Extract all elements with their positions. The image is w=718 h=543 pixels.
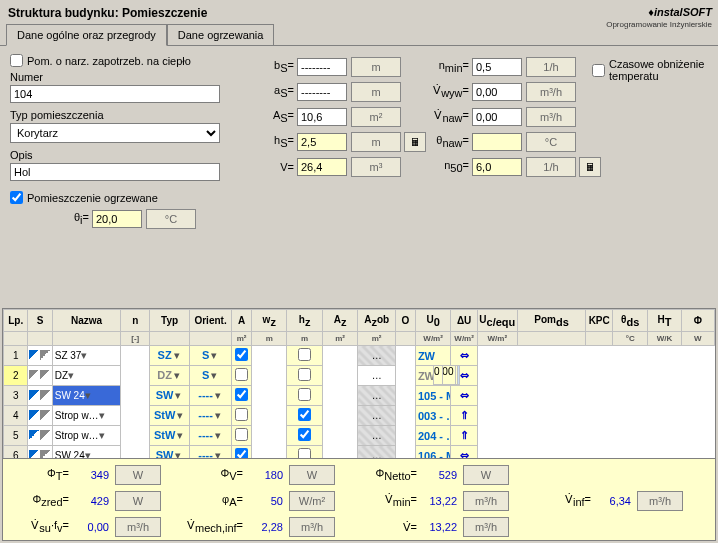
sum-label: φA=: [185, 493, 245, 508]
numer-input[interactable]: [10, 85, 220, 103]
chk-pom-narz-label: Pom. o narz. zapotrzeb. na ciepło: [27, 55, 191, 67]
sum-value: 13,22: [419, 521, 463, 533]
param-input[interactable]: [297, 108, 347, 126]
sum-value: 349: [71, 469, 115, 481]
sum-value: 180: [245, 469, 289, 481]
typ-select[interactable]: Korytarz: [10, 123, 220, 143]
param-input[interactable]: [472, 158, 522, 176]
col-header[interactable]: ΔU: [451, 310, 478, 332]
sum-unit[interactable]: W: [289, 465, 335, 485]
param-label: bS=: [255, 59, 297, 74]
tab-general[interactable]: Dane ogólne oraz przegrody: [6, 24, 167, 46]
sum-label: ΦNetto=: [359, 467, 419, 482]
sum-value: 13,22: [419, 495, 463, 507]
param-label: aS=: [255, 84, 297, 99]
theta-i-input[interactable]: [92, 210, 142, 228]
param-input[interactable]: [297, 158, 347, 176]
col-header[interactable]: hz: [287, 310, 322, 332]
brand-logo: ♦instalSOFT Oprogramowanie Inżynierskie: [606, 2, 712, 29]
param-unit[interactable]: m³: [351, 157, 401, 177]
sum-unit[interactable]: W: [463, 465, 509, 485]
sum-value: 50: [245, 495, 289, 507]
sum-unit[interactable]: m³/h: [463, 517, 509, 537]
col-header[interactable]: KPC: [586, 310, 613, 332]
sum-value: 2,28: [245, 521, 289, 533]
param-unit[interactable]: m: [351, 132, 401, 152]
chk-heated[interactable]: [10, 191, 23, 204]
chk-heated-label: Pomieszczenie ogrzewane: [27, 192, 158, 204]
sum-label: V̇mech,inf=: [185, 519, 245, 534]
col-header[interactable]: θds: [613, 310, 648, 332]
param-unit[interactable]: m²: [351, 107, 401, 127]
col-header[interactable]: Orient.: [190, 310, 232, 332]
col-header[interactable]: Azob: [358, 310, 396, 332]
sum-unit[interactable]: m³/h: [289, 517, 335, 537]
col-header[interactable]: n: [121, 310, 150, 332]
param-input[interactable]: [472, 108, 522, 126]
table-row[interactable]: 2 DZ▾ 1 DZ▾ S▾ 1,00 2,10 2,10 2,10 2,07 …: [4, 366, 715, 386]
table-row[interactable]: 1 SZ 37▾ 1 SZ▾ S▾ 2,78 2,80 7,78 5,68 0,…: [4, 346, 715, 366]
param-input[interactable]: [297, 133, 347, 151]
col-header[interactable]: S: [28, 310, 52, 332]
param-input[interactable]: [472, 83, 522, 101]
calc-icon[interactable]: 🖩: [579, 157, 601, 177]
tab-heating[interactable]: Dane ogrzewania: [167, 24, 275, 45]
partitions-table: Lp.SNazwanTypOrient.AwzhzAzAzobOU0ΔUUc/e…: [2, 308, 716, 467]
col-header[interactable]: O: [395, 310, 415, 332]
col-header[interactable]: Typ: [150, 310, 190, 332]
col-header[interactable]: Nazwa: [52, 310, 121, 332]
param-input[interactable]: [297, 83, 347, 101]
summary-panel: ΦT= 349 WΦV= 180 WΦNetto= 529 W Φzred= 4…: [2, 458, 716, 541]
param-input[interactable]: [297, 58, 347, 76]
param-unit[interactable]: °C: [526, 132, 576, 152]
sum-value: 529: [419, 469, 463, 481]
sum-value: 6,34: [593, 495, 637, 507]
sum-label: ΦV=: [185, 467, 245, 482]
param-input[interactable]: [472, 58, 522, 76]
chk-czas-label: Czasowe obniżenie temperatu: [609, 58, 718, 82]
param-input[interactable]: [472, 133, 522, 151]
calc-icon[interactable]: 🖩: [404, 132, 426, 152]
param-unit[interactable]: m: [351, 57, 401, 77]
param-label: n50=: [430, 159, 472, 174]
typ-label: Typ pomieszczenia: [10, 109, 225, 121]
col-header[interactable]: wz: [252, 310, 287, 332]
col-header[interactable]: Pomds: [517, 310, 586, 332]
table-row[interactable]: 4 Strop w…▾ 1 StW▾ ----▾ 12… 12… 0,64 … …: [4, 406, 715, 426]
theta-i-unit[interactable]: °C: [146, 209, 196, 229]
param-label: hS=: [255, 134, 297, 149]
col-header[interactable]: HT: [648, 310, 681, 332]
param-label: AS=: [255, 109, 297, 124]
table-row[interactable]: 3 SW 24▾ 1 SW▾ ----▾ 4,13 2,80 11… 11… 1…: [4, 386, 715, 406]
sum-unit[interactable]: m³/h: [463, 491, 509, 511]
col-header[interactable]: A: [232, 310, 252, 332]
col-header[interactable]: Φ: [681, 310, 714, 332]
numer-label: Numer: [10, 71, 225, 83]
col-header[interactable]: Uc/equ: [477, 310, 517, 332]
opis-input[interactable]: [10, 163, 220, 181]
param-unit[interactable]: m³/h: [526, 82, 576, 102]
col-header[interactable]: Lp.: [4, 310, 28, 332]
chk-pom-narz[interactable]: [10, 54, 23, 67]
sum-label: V̇su·fv=: [11, 519, 71, 534]
col-header[interactable]: Az: [322, 310, 357, 332]
param-label: V̇wyw=: [430, 84, 472, 99]
sum-unit[interactable]: m³/h: [115, 517, 161, 537]
sum-unit[interactable]: W/m²: [289, 491, 335, 511]
chk-czas[interactable]: [592, 64, 605, 77]
param-label: nmin=: [430, 59, 472, 74]
sum-unit[interactable]: m³/h: [637, 491, 683, 511]
param-label: V=: [255, 161, 297, 173]
brand-subtitle: Oprogramowanie Inżynierskie: [606, 20, 712, 29]
sum-value: 0,00: [71, 521, 115, 533]
sum-unit[interactable]: W: [115, 491, 161, 511]
param-unit[interactable]: 1/h: [526, 57, 576, 77]
col-header[interactable]: U0: [415, 310, 450, 332]
opis-label: Opis: [10, 149, 225, 161]
sum-label: Φzred=: [11, 493, 71, 508]
sum-unit[interactable]: W: [115, 465, 161, 485]
param-unit[interactable]: m: [351, 82, 401, 102]
param-unit[interactable]: 1/h: [526, 157, 576, 177]
table-row[interactable]: 5 Strop w…▾ 1 StW▾ ----▾ 12… 12… 0,64 … …: [4, 426, 715, 446]
param-unit[interactable]: m³/h: [526, 107, 576, 127]
